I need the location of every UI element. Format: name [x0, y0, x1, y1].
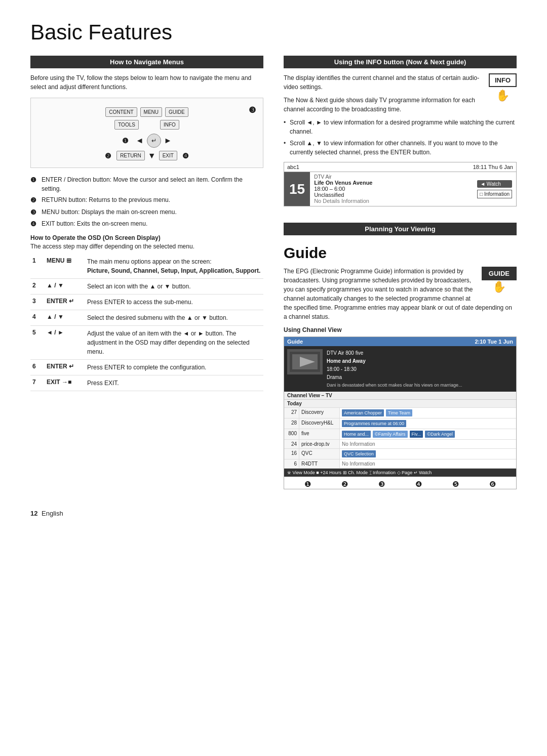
step-desc-2: Select an icon with the ▲ or ▼ button.: [85, 278, 263, 294]
channel-header-time: 18:11 Thu 6 Jan: [473, 164, 513, 170]
step-key-7: EXIT →■: [45, 375, 85, 391]
prog-noinf-6: No Information: [342, 461, 375, 467]
guide-today: Today: [284, 400, 516, 408]
right-column: Using the INFO button (Now & Next guide)…: [284, 56, 517, 494]
info-badge: INFO ✋: [489, 73, 517, 102]
step-desc-7: Press EXIT.: [85, 375, 263, 391]
prog-block: American Chopper: [342, 409, 384, 416]
guide-footer: ※ View Mode ■ +24 Hours ⊞ Ch. Mode ⌶ Inf…: [284, 469, 516, 477]
step-desc-6: Press ENTER to complete the configuratio…: [85, 359, 263, 375]
ch-prog-3: Home and... ©Family Affairs Fiv... ©Dark…: [340, 429, 516, 439]
step-row-6: 6 ENTER ↵ Press ENTER to complete the co…: [30, 359, 263, 375]
bullet-2: ❷ RETURN button: Returns to the previous…: [30, 195, 263, 205]
prog-block: ©Family Affairs: [373, 431, 407, 438]
arrow-left: ◄: [136, 136, 144, 145]
marker4-remote: ❹: [182, 152, 189, 160]
ch-num-5: 16: [284, 449, 299, 459]
enter-btn: ↵: [147, 134, 161, 148]
scroll-bullet-1: Scroll ◄, ► to view information for a de…: [284, 118, 517, 136]
bullet-4: ❹ EXIT button: Exits the on-screen menu.: [30, 219, 263, 229]
prog-block: Time Team: [386, 409, 412, 416]
channel-row-5: 16 QVC QVC Selection: [284, 449, 516, 459]
step-desc-1: The main menu options appear on the scre…: [85, 254, 263, 279]
channel-info-actions: ◄ Watch □ Information: [473, 172, 516, 206]
info-hand-icon: ✋: [489, 89, 517, 102]
channel-num-big: 15: [284, 172, 310, 206]
steps-table: 1 MENU ⊞ The main menu options appear on…: [30, 254, 263, 391]
ch-prog-6: No Information: [340, 459, 516, 468]
step-key-2: ▲ / ▼: [45, 278, 85, 294]
return-btn: RETURN: [116, 151, 145, 160]
guide-preview-info: DTV Air 800 five Home and Away 18:00 - 1…: [327, 349, 462, 389]
guide-box-header: Guide 2:10 Tue 1 Jun: [284, 337, 516, 346]
guide-numbered-row: ❶ ❷ ❸ ❹ ❺ ❻: [284, 480, 516, 489]
info-badge-box: INFO: [489, 73, 517, 87]
preview-channel: DTV Air 800 five: [327, 349, 462, 357]
step-key-3: ENTER ↵: [45, 294, 85, 310]
info-section: Using the INFO button (Now & Next guide)…: [284, 56, 517, 214]
step-row-2: 2 ▲ / ▼ Select an icon with the ▲ or ▼ b…: [30, 278, 263, 294]
preview-desc: Dani is devastated when scott makes clea…: [327, 382, 462, 389]
information-btn: □ Information: [477, 190, 512, 198]
prog-block: QVC Selection: [342, 450, 376, 457]
step-row-3: 3 ENTER ↵ Press ENTER to access the sub-…: [30, 294, 263, 310]
guide-hand-icon: ✋: [482, 280, 517, 293]
ch-num-3: 800: [284, 429, 299, 439]
step-num-4: 4: [30, 310, 45, 325]
channel-info-body: 15 DTV Air Life On Venus Avenue 18:00 – …: [284, 172, 516, 206]
channel-info-box: abc1 18:11 Thu 6 Jan 15 DTV Air Life On …: [284, 162, 517, 206]
page-footer: 12 English: [30, 510, 517, 517]
step-key-6: ENTER ↵: [45, 359, 85, 375]
channel-header-name: abc1: [287, 164, 299, 170]
ch-name-5: QVC: [299, 449, 340, 459]
no-details: No Details Information: [314, 198, 469, 204]
marker2-remote: ❷: [105, 152, 111, 160]
guide-marker-5: ❺: [452, 480, 459, 489]
tools-btn: TOOLS: [114, 120, 139, 130]
step-row-5: 5 ◄ / ► Adjust the value of an item with…: [30, 325, 263, 359]
step-num-3: 3: [30, 294, 45, 310]
guide-badge-box: GUIDE: [482, 267, 517, 280]
step-desc-3: Press ENTER to access the sub-menu.: [85, 294, 263, 310]
step-num-5: 5: [30, 325, 45, 359]
channel-info-header: abc1 18:11 Thu 6 Jan: [284, 162, 516, 172]
marker1-remote: ❶: [122, 137, 129, 145]
channel-row-3: 800 five Home and... ©Family Affairs Fiv…: [284, 429, 516, 440]
bullet-num-4: ❹: [30, 219, 42, 229]
preview-time: 18:00 - 18:30: [327, 365, 462, 373]
step-num-1: 1: [30, 254, 45, 279]
step-num-6: 6: [30, 359, 45, 375]
time-range: 18:00 – 6:00: [314, 186, 469, 192]
arrow-down: ▼: [148, 151, 156, 160]
channel-row-4: 24 price-drop.tv No Information: [284, 440, 516, 449]
prog-noinf-4: No Information: [342, 441, 375, 447]
info-intro1: The display identifies the current chann…: [284, 73, 517, 92]
preview-show: Home and Away: [327, 357, 462, 365]
guide-box: Guide 2:10 Tue 1 Jun DTV Air 800 five: [284, 337, 517, 489]
step-desc-4: Select the desired submenu with the ▲ or…: [85, 310, 263, 325]
content-btn: CONTENT: [105, 107, 137, 117]
channel-row-6: 6 R4DTT No Information: [284, 459, 516, 469]
marker3: ❸: [249, 105, 256, 115]
step-row-4: 4 ▲ / ▼ Select the desired submenu with …: [30, 310, 263, 325]
dtv-label: DTV Air: [314, 174, 469, 180]
page-title: Basic Features: [30, 20, 517, 45]
info-header: Using the INFO button (Now & Next guide): [284, 56, 517, 68]
guide-title: Guide: [284, 244, 517, 262]
osd-section: How to Operate the OSD (On Screen Displa…: [30, 234, 263, 391]
prog-block: Fiv...: [410, 431, 423, 438]
guide-badge: GUIDE ✋: [482, 267, 517, 293]
unclassified: Unclassified: [314, 192, 469, 198]
ch-prog-2: Programmes resume at 06:00: [340, 418, 516, 429]
step-key-1: MENU ⊞: [45, 254, 85, 279]
ch-name-2: DiscoveryH&L: [299, 418, 340, 429]
step-row-7: 7 EXIT →■ Press EXIT.: [30, 375, 263, 391]
arrow-right: ►: [164, 136, 172, 145]
guide-marker-2: ❷: [341, 480, 348, 489]
planning-section: Planning Your Viewing: [284, 223, 517, 235]
channel-row-2: 28 DiscoveryH&L Programmes resume at 06:…: [284, 418, 516, 429]
guide-preview-thumb: [287, 349, 323, 374]
channel-row-1: 27 Discovery American Chopper Time Team: [284, 408, 516, 418]
ch-num-1: 27: [284, 408, 299, 418]
watch-btn: ◄ Watch: [477, 180, 512, 188]
